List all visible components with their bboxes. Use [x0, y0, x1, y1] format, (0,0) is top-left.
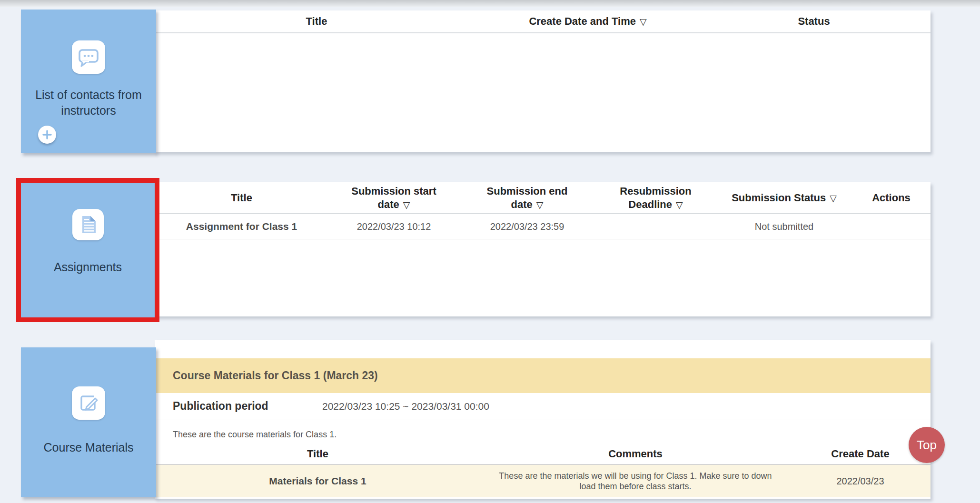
course-materials-panel: Course Materials for Class 1 (March 23) …: [155, 340, 931, 499]
publication-period-value: 2022/03/23 10:25 ~ 2023/03/31 00:00: [322, 401, 489, 412]
assignments-header-end-label: Submission end date: [487, 185, 568, 210]
material-row-create-date: 2022/03/23: [790, 476, 931, 487]
material-row-title: Materials for Class 1: [155, 475, 481, 487]
sort-triangle-icon[interactable]: ▽: [640, 17, 647, 27]
materials-header-comments: Comments: [481, 447, 790, 461]
document-icon: [72, 209, 104, 240]
assignments-header-end-date[interactable]: Submission end date▽: [459, 185, 595, 211]
assignments-header-row: Title Submission start date▽ Submission …: [155, 182, 931, 214]
contacts-header-create-label: Create Date and Time: [529, 15, 636, 27]
add-contact-button[interactable]: [38, 126, 56, 144]
material-table-row: Materials for Class 1 These are the mate…: [155, 465, 931, 497]
sort-triangle-icon[interactable]: ▽: [536, 200, 544, 210]
top-edge-bar: [0, 0, 980, 7]
sidebar-card-assignments-label: Assignments: [54, 259, 122, 275]
assignments-highlight-frame: Assignments: [16, 178, 159, 322]
assignment-end-date: 2022/03/23 23:59: [459, 221, 595, 232]
material-title: Course Materials for Class 1 (March 23): [173, 369, 378, 382]
sidebar-card-assignments[interactable]: Assignments: [21, 183, 155, 317]
sidebar-card-course-materials[interactable]: Course Materials: [21, 347, 156, 497]
assignments-header-resubmission[interactable]: Resubmission Deadline▽: [595, 185, 716, 211]
materials-header-row: Title Comments Create Date: [155, 444, 931, 465]
contacts-empty-body: [155, 33, 931, 151]
sidebar-card-contacts-label: List of contacts from instructors: [34, 87, 143, 118]
assignment-table-row: Assignment for Class 1 2022/03/23 10:12 …: [155, 214, 931, 239]
assignments-header-status[interactable]: Submission Status▽: [716, 191, 852, 205]
assignments-header-actions: Actions: [852, 191, 931, 205]
scroll-to-top-button[interactable]: Top: [909, 427, 945, 463]
assignments-header-start-date[interactable]: Submission start date▽: [328, 185, 459, 211]
assignments-header-title: Title: [155, 191, 328, 205]
materials-header-title: Title: [155, 447, 481, 461]
sort-triangle-icon[interactable]: ▽: [676, 200, 683, 210]
contacts-header-title-label: Title: [306, 15, 327, 27]
material-row-comments-cell: These are the materials we will be using…: [481, 471, 790, 492]
contacts-panel: Title Create Date and Time▽ Status: [155, 10, 931, 152]
material-row-comments: These are the materials we will be using…: [499, 471, 772, 492]
assignments-header-title-label: Title: [231, 192, 252, 204]
publication-period-label: Publication period: [173, 400, 268, 413]
assignment-submission-status: Not submitted: [716, 221, 852, 232]
sort-triangle-icon[interactable]: ▽: [403, 200, 410, 210]
contacts-header-title: Title: [155, 15, 478, 28]
assignments-panel: Title Submission start date▽ Submission …: [155, 182, 931, 316]
materials-header-title-label: Title: [307, 448, 328, 460]
contacts-header-status: Status: [697, 15, 931, 28]
contacts-header-status-label: Status: [798, 15, 830, 27]
assignments-header-start-label: Submission start date: [351, 185, 436, 210]
contacts-header-create-date[interactable]: Create Date and Time▽: [478, 15, 697, 28]
chat-icon: [72, 40, 105, 74]
edit-icon: [72, 386, 105, 420]
sidebar-card-course-materials-label: Course Materials: [44, 440, 134, 455]
contacts-header-row: Title Create Date and Time▽ Status: [155, 10, 931, 33]
assignments-header-status-label: Submission Status: [732, 192, 826, 204]
materials-header-comments-label: Comments: [608, 448, 663, 460]
sort-triangle-icon[interactable]: ▽: [830, 193, 837, 203]
material-description: These are the course materials for Class…: [173, 430, 337, 440]
materials-header-create-label: Create Date: [831, 448, 889, 460]
material-title-bar: Course Materials for Class 1 (March 23): [155, 358, 931, 393]
assignment-start-date: 2022/03/23 10:12: [328, 221, 459, 232]
assignments-header-actions-label: Actions: [872, 192, 911, 204]
assignment-title: Assignment for Class 1: [155, 221, 328, 232]
publication-period-row: Publication period 2022/03/23 10:25 ~ 20…: [155, 393, 931, 420]
sidebar-card-contacts[interactable]: List of contacts from instructors: [21, 10, 156, 153]
